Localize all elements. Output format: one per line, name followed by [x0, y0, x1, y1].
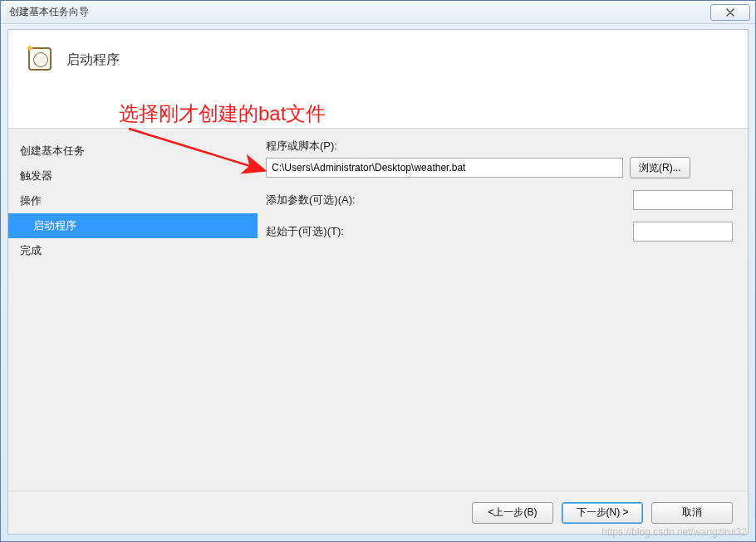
window-title: 创建基本任务向导	[9, 5, 710, 19]
sidebar-item-finish[interactable]: 完成	[8, 238, 258, 263]
back-button[interactable]: <上一步(B)	[472, 502, 553, 524]
startin-label: 起始于(可选)(T):	[266, 224, 357, 239]
args-label: 添加参数(可选)(A):	[266, 193, 357, 208]
browse-button[interactable]: 浏览(R)...	[630, 157, 690, 178]
cancel-button[interactable]: 取消	[651, 502, 733, 524]
page-title: 启动程序	[66, 45, 120, 69]
startin-field-group: 起始于(可选)(T):	[266, 222, 733, 242]
scheduled-task-icon: ✦	[27, 45, 53, 71]
program-input-row: 浏览(R)...	[266, 157, 690, 178]
program-input[interactable]	[266, 158, 623, 178]
wizard-window: 创建基本任务向导 ✦ 启动程序 创建基本任务 触发器 操作 启动程序 完成	[0, 0, 756, 542]
next-button[interactable]: 下一步(N) >	[562, 502, 643, 524]
program-label: 程序或脚本(P):	[266, 139, 357, 154]
wizard-sidebar: 创建基本任务 触发器 操作 启动程序 完成	[8, 129, 258, 491]
args-field-group: 添加参数(可选)(A):	[266, 190, 733, 210]
sidebar-item-create-basic-task[interactable]: 创建基本任务	[8, 139, 258, 164]
header-area: ✦ 启动程序	[8, 30, 748, 105]
close-icon	[725, 8, 735, 17]
close-button[interactable]	[710, 4, 750, 21]
button-bar: <上一步(B) 下一步(N) > 取消	[8, 491, 748, 534]
main-panel: 程序或脚本(P): 浏览(R)... 添加参数(可选)(A): 起始于(可选)(…	[258, 129, 748, 491]
dialog-body: ✦ 启动程序 创建基本任务 触发器 操作 启动程序 完成 程序或脚本(P): 浏…	[7, 29, 749, 535]
sidebar-item-start-program[interactable]: 启动程序	[8, 213, 258, 238]
sidebar-item-action[interactable]: 操作	[8, 188, 258, 213]
args-input[interactable]	[633, 190, 733, 210]
content-area: 创建基本任务 触发器 操作 启动程序 完成 程序或脚本(P): 浏览(R)...…	[8, 128, 748, 491]
startin-input[interactable]	[633, 222, 733, 242]
sidebar-item-trigger[interactable]: 触发器	[8, 164, 258, 188]
program-field-group: 程序或脚本(P): 浏览(R)...	[266, 139, 733, 178]
titlebar: 创建基本任务向导	[1, 1, 755, 24]
